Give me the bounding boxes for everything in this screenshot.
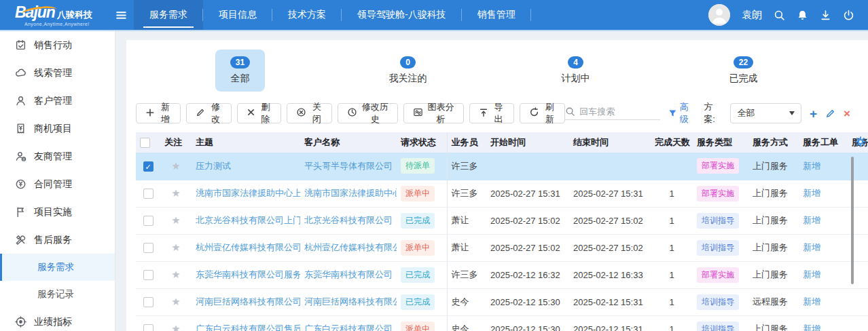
sidebar-item-sales-action[interactable]: 销售行动 <box>0 31 115 59</box>
row-checkbox[interactable] <box>143 297 153 307</box>
nav-tab-service-request[interactable]: 服务需求 <box>134 0 203 30</box>
nav-tab-sales-management[interactable]: 销售管理 <box>462 0 531 30</box>
sidebar-item-partners[interactable]: 友商管理 <box>0 142 115 170</box>
add-button[interactable]: 新增 <box>136 103 181 123</box>
chart-button[interactable]: 图表分析 <box>403 103 464 123</box>
customer-link[interactable]: 洮南市国家法律援助中心 <box>304 188 397 198</box>
cell-agent: 史今 <box>447 288 486 315</box>
sidebar-item-opportunities[interactable]: 商机项目 <box>0 115 115 142</box>
vertical-scrollbar[interactable] <box>851 157 854 284</box>
nav-tab-label: 技术方案 <box>288 9 326 21</box>
service-type-badge: 部署实施 <box>697 267 739 283</box>
cell-days: 1 <box>651 315 693 331</box>
row-checkbox[interactable] <box>143 243 153 253</box>
user-name[interactable]: 袁朗 <box>742 9 762 22</box>
subject-link[interactable]: 洮南市国家法律援助中心上... <box>196 188 300 198</box>
sidebar-subitem-service-request[interactable]: 服务需求 <box>0 254 115 281</box>
download-icon[interactable] <box>820 9 831 21</box>
ticket-add-link[interactable]: 新增 <box>803 324 820 331</box>
row-checkbox[interactable] <box>143 216 153 226</box>
sidebar-item-contracts[interactable]: 合同管理 <box>0 170 115 198</box>
button-label: 新增 <box>159 101 171 125</box>
ticket-add-link[interactable]: 新增 <box>803 161 820 171</box>
add-scheme-button[interactable]: + <box>810 107 817 120</box>
edit-scheme-button[interactable] <box>825 109 835 119</box>
sidebar-item-after-sales[interactable]: 售后服务 <box>0 226 115 254</box>
star-icon[interactable]: ★ <box>171 269 180 280</box>
sidebar-item-implementation[interactable]: 项目实施 <box>0 198 115 226</box>
bell-icon[interactable] <box>797 9 808 21</box>
user-avatar[interactable] <box>708 4 730 26</box>
customer-link[interactable]: 广东白云科技有限公司 <box>304 324 393 331</box>
star-icon[interactable]: ★ <box>171 296 180 307</box>
summary-tab-inner: 22已完成 <box>715 50 773 92</box>
subject-link[interactable]: 压力测试 <box>196 161 231 171</box>
subject-link[interactable]: 北京光谷科技有限公司上门... <box>196 215 300 225</box>
star-icon[interactable]: ★ <box>171 160 180 172</box>
ticket-add-link[interactable]: 新增 <box>803 242 820 252</box>
select-all-checkbox[interactable] <box>140 138 150 148</box>
edit-button[interactable]: 修改 <box>186 103 231 123</box>
customer-link[interactable]: 杭州壹亿传媒科技有限公司 <box>304 242 397 252</box>
cell-service-method: 上门服务 <box>748 180 799 207</box>
ticket-add-link[interactable]: 新增 <box>803 215 820 225</box>
close-button[interactable]: 关闭 <box>287 103 332 123</box>
hamburger-menu-icon[interactable] <box>115 9 127 21</box>
nav-tab-project-info[interactable]: 项目信息 <box>203 0 272 30</box>
cell-ticket: 新增 <box>799 261 848 288</box>
service-type-badge: 部署实施 <box>697 158 739 174</box>
row-checkbox[interactable]: ✓ <box>143 161 153 172</box>
search-icon[interactable] <box>774 9 785 21</box>
table-row: ★东莞华南科技有限公司服务...东莞华南科技有限公司已完成许三多2025-02-… <box>136 261 868 288</box>
search-input[interactable] <box>579 106 659 117</box>
row-checkbox[interactable] <box>143 189 153 199</box>
summary-tab-followed[interactable]: 0我关注的 <box>324 50 492 92</box>
star-icon[interactable]: ★ <box>171 323 180 331</box>
refresh-button[interactable]: 刷新 <box>520 103 565 123</box>
customer-link[interactable]: 东莞华南科技有限公司 <box>304 269 393 279</box>
column-settings-gear-icon[interactable] <box>855 136 866 150</box>
advanced-filter-button[interactable]: 高级 <box>668 101 695 125</box>
subject-link[interactable]: 杭州壹亿传媒科技有限公司... <box>196 242 300 252</box>
delete-button[interactable]: 删除 <box>237 103 281 123</box>
customer-link[interactable]: 河南巨括网络科技有限公司 <box>304 296 397 307</box>
summary-tab-done[interactable]: 22已完成 <box>659 50 827 92</box>
subject-link[interactable]: 广东白云科技有限公司售后... <box>196 324 300 331</box>
row-checkbox[interactable] <box>143 324 153 331</box>
cell-ticket: 新增 <box>799 180 848 207</box>
cell-status: 派单中 <box>397 180 447 207</box>
subject-link[interactable]: 河南巨括网络科技有限公司... <box>196 296 300 307</box>
nav-tab-label: 项目信息 <box>219 9 257 21</box>
export-button[interactable]: 导出 <box>469 103 514 123</box>
customer-link[interactable]: 平头哥半导体有限公司 <box>304 161 393 171</box>
star-icon[interactable]: ★ <box>171 241 180 253</box>
service-type-badge: 培训指导 <box>697 294 739 310</box>
status-badge: 派单中 <box>401 186 435 201</box>
column-header-5: 开始时间 <box>486 132 569 153</box>
sidebar-subitem-label: 服务记录 <box>37 288 74 300</box>
customer-link[interactable]: 北京光谷科技有限公司 <box>304 215 393 225</box>
sidebar-item-customers[interactable]: 客户管理 <box>0 87 115 115</box>
sidebar-subitem-service-record[interactable]: 服务记录 <box>0 281 115 308</box>
cell-service-method: 远程服务 <box>748 288 799 315</box>
star-icon[interactable]: ★ <box>171 187 180 199</box>
summary-tab-all[interactable]: 31全部 <box>156 50 324 92</box>
scheme-select[interactable]: 全部 <box>730 103 801 123</box>
star-icon[interactable]: ★ <box>171 214 180 226</box>
sidebar-item-leads[interactable]: 线索管理 <box>0 59 115 87</box>
nav-tab-technical-plan[interactable]: 技术方案 <box>272 0 342 30</box>
power-icon[interactable] <box>843 9 854 21</box>
cell-end-time <box>569 153 651 180</box>
cell-follow: ★ <box>160 207 192 234</box>
subject-link[interactable]: 东莞华南科技有限公司服务... <box>196 269 300 279</box>
history-button[interactable]: 修改历史 <box>338 103 398 123</box>
ticket-add-link[interactable]: 新增 <box>803 188 820 198</box>
row-checkbox[interactable] <box>143 270 153 280</box>
ticket-add-link[interactable]: 新增 <box>803 269 820 279</box>
ticket-add-link[interactable]: 新增 <box>803 296 820 307</box>
sidebar-item-kpi[interactable]: 业绩指标 <box>0 308 115 331</box>
delete-scheme-button[interactable]: × <box>844 108 850 119</box>
nav-tab-leader-dashboard[interactable]: 领导驾驶舱-八骏科技 <box>342 0 462 30</box>
cell-days <box>651 153 693 180</box>
summary-tab-planned[interactable]: 4计划中 <box>492 50 659 92</box>
